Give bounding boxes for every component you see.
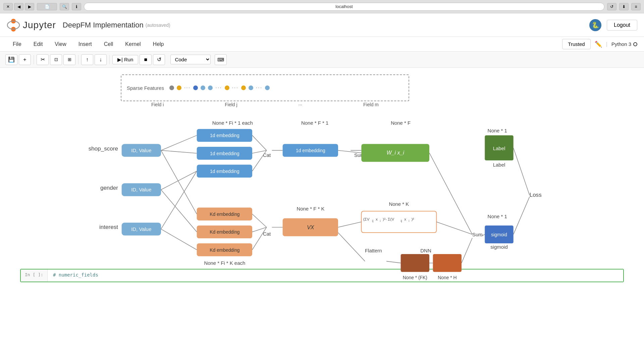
line-vx-to-fm xyxy=(338,222,361,227)
move-up-button[interactable]: ↑ xyxy=(81,54,93,65)
menu-cell[interactable]: Cell xyxy=(98,39,119,50)
close-btn[interactable]: ✕ xyxy=(3,3,13,10)
embed-kd-3-text: Kd embedding xyxy=(210,247,239,253)
embed-1d-3-text: 1d embedding xyxy=(210,169,239,174)
fm-text-1: (ΣV xyxy=(363,217,370,221)
run-button[interactable]: ▶| Run xyxy=(112,55,138,64)
field-dots-label: ··· xyxy=(299,102,303,107)
gender-label: gender xyxy=(100,185,118,191)
keyboard-button[interactable]: ⌨ xyxy=(215,54,227,65)
menu-btn[interactable]: ≡ xyxy=(631,3,641,10)
fm-text-3: )²- Σ(V xyxy=(383,217,394,221)
line-dnn-to-sum xyxy=(462,238,472,263)
field-m-label: Field m xyxy=(363,102,379,107)
stop-button[interactable]: ■ xyxy=(140,54,152,65)
autosaved-label: (autosaved) xyxy=(146,22,170,28)
dnn-box-2 xyxy=(433,254,462,272)
kernel-label: Python 3 xyxy=(611,41,631,47)
cat-1d-label: Cat xyxy=(263,152,271,158)
toolbar-separator-1 xyxy=(34,55,34,64)
search-btn[interactable]: 🔍 xyxy=(60,3,69,10)
copy-button[interactable]: ⊡ xyxy=(50,54,62,65)
cat-kd-label: Cat xyxy=(263,231,271,237)
line-kd-3-to-cat xyxy=(252,227,267,250)
menu-edit[interactable]: Edit xyxy=(28,39,49,50)
logout-button[interactable]: Logout xyxy=(607,20,637,31)
dots-3: ··· xyxy=(232,85,238,91)
fm-subscript-4: i xyxy=(409,219,409,223)
fm-text-4: x xyxy=(404,217,406,221)
line-shop-to-kd-1 xyxy=(161,150,197,214)
menu-kernel[interactable]: Kernel xyxy=(119,39,147,50)
toolbar: 💾 + ✂ ⊡ ⊞ ↑ ↓ ▶| Run ■ ↺ Code Markdown R… xyxy=(0,52,644,68)
kernel-info: Python 3 xyxy=(611,41,637,47)
line-gender-to-1d xyxy=(161,171,197,190)
menu-insert[interactable]: Insert xyxy=(72,39,98,50)
cell-type-select[interactable]: Code Markdown Raw NBConvert xyxy=(170,55,211,64)
dot-gray-1 xyxy=(169,85,174,90)
id-value-interest-text: ID, Value xyxy=(131,226,151,232)
line-flattern-to-dnn xyxy=(386,261,401,263)
dim-none-f-1-label: None * F * 1 xyxy=(301,120,328,126)
fm-subscript-2: i xyxy=(380,219,381,223)
dim-none-fk-label: None * (FK) xyxy=(403,275,427,280)
dim-none-1-top-label: None * 1 xyxy=(488,128,507,133)
line-interest-to-1d xyxy=(161,171,197,229)
flattern-label: Flattern xyxy=(365,248,382,253)
sigmoid-label: sigmoid xyxy=(490,244,507,250)
line-1d-1-to-cat xyxy=(252,135,267,150)
dot-blue-light-2 xyxy=(208,85,213,90)
restart-button[interactable]: ↺ xyxy=(153,54,165,65)
line-interest-to-kd xyxy=(161,229,197,250)
trusted-button[interactable]: Trusted xyxy=(562,39,590,49)
dot-yellow-2 xyxy=(225,85,229,90)
add-cell-button[interactable]: + xyxy=(19,54,31,65)
fm-text-5: )² xyxy=(412,217,414,221)
main-content: Sparse Features ··· ··· ··· ··· Field i … xyxy=(0,68,644,362)
save-button[interactable]: 💾 xyxy=(5,54,17,65)
line-kd-1-to-cat xyxy=(252,214,267,227)
menu-help[interactable]: Help xyxy=(147,39,170,50)
browser-chrome: ✕ ◀ ▶ 📄 🔍 ℹ localhost ↺ ⬇ ≡ xyxy=(0,0,644,13)
run-label: Run xyxy=(124,57,133,62)
label-text: Label xyxy=(493,162,505,168)
fm-subscript-3: ij xyxy=(401,219,402,223)
id-value-shop-score-text: ID, Value xyxy=(131,147,151,153)
menu-right: Trusted ✏️ | Python 3 xyxy=(562,39,637,49)
info-btn[interactable]: ℹ xyxy=(72,3,81,10)
loss-label: Loss xyxy=(530,192,542,198)
dim-none-f-k-label: None * F * K xyxy=(297,206,324,212)
fm-text-2: x xyxy=(376,217,378,221)
line-gender-to-kd xyxy=(161,190,197,232)
refresh-btn[interactable]: ↺ xyxy=(607,3,616,10)
dots-4: ··· xyxy=(256,85,262,91)
sum-final-label: Sum xyxy=(472,232,483,237)
toolbar-separator-3 xyxy=(109,55,110,64)
diagram-container: Sparse Features ··· ··· ··· ··· Field i … xyxy=(20,74,624,262)
embed-1d-2-text: 1d embedding xyxy=(210,151,239,156)
embed-kd-1-text: Kd embedding xyxy=(210,212,239,217)
cut-button[interactable]: ✂ xyxy=(37,54,49,65)
header-right: 🐍 Logout xyxy=(589,19,637,31)
address-bar[interactable]: localhost xyxy=(84,3,604,11)
forward-btn[interactable]: ▶ xyxy=(25,3,34,10)
shop-score-label: shop_score xyxy=(89,145,118,152)
tab-btn[interactable]: 📄 xyxy=(37,3,57,10)
line-wixi-to-sum xyxy=(429,153,472,234)
move-down-button[interactable]: ↓ xyxy=(95,54,107,65)
line-label-to-loss xyxy=(514,148,530,195)
menu-file[interactable]: File xyxy=(7,39,28,50)
toolbar-separator-2 xyxy=(78,55,78,64)
paste-button[interactable]: ⊞ xyxy=(63,54,75,65)
dots-1: ··· xyxy=(184,85,191,91)
interest-label: interest xyxy=(99,224,118,230)
menu-view[interactable]: View xyxy=(49,39,72,50)
sigmoid-text: sigmoid xyxy=(491,232,507,237)
line-1d-to-sum xyxy=(338,150,361,153)
id-value-gender-text: ID, Value xyxy=(131,187,151,192)
dot-blue-light-3 xyxy=(249,85,253,90)
vx-text: VX xyxy=(307,225,315,230)
download-btn[interactable]: ⬇ xyxy=(619,3,629,10)
dots-2: ··· xyxy=(215,85,222,91)
back-btn[interactable]: ◀ xyxy=(14,3,23,10)
